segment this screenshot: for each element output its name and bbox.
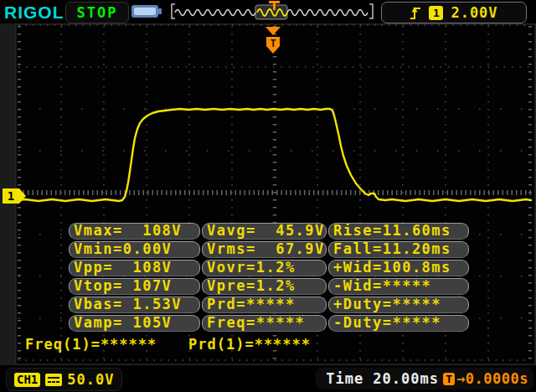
measure-cell-vpp: Vpp= 108V <box>69 260 200 276</box>
measure-cell-rise: Rise=11.60ms <box>328 223 469 240</box>
measure-cell-vavg: Vavg= 45.9V <box>202 223 327 240</box>
timebase-button[interactable]: Time 20.00ms <box>316 368 449 389</box>
measure-cell-vpre: Vpre=1.2% <box>202 278 327 295</box>
scope-display: T 1 <box>0 0 536 392</box>
trigger-offset-t-icon: T <box>443 373 455 385</box>
brand-logo: RIGOL <box>4 3 64 23</box>
run-state-label: STOP <box>77 4 118 21</box>
trigger-offset-value: →0.0000s <box>456 370 528 387</box>
preview-trace-left <box>175 10 255 16</box>
measure-cell-freq: Freq=***** <box>202 315 327 332</box>
measure-cell-pduty: +Duty=***** <box>328 297 469 313</box>
channel1-scale-value: 50.0V <box>67 371 114 388</box>
channel1-settings-button[interactable]: CH1 50.0V <box>6 368 122 391</box>
acquisition-preview[interactable] <box>169 0 379 23</box>
measure-cell-vmin: Vmin=0.00V <box>69 241 200 258</box>
trigger-marker-letter: T <box>270 38 276 49</box>
dc-coupling-icon <box>45 374 62 386</box>
trigger-offset-button[interactable]: T →0.0000s <box>438 368 533 389</box>
preview-left-bracket <box>172 4 175 18</box>
measure-cell-vbas: Vbas= 1.53V <box>69 297 200 313</box>
preview-trace-right <box>287 10 368 16</box>
preview-right-bracket <box>369 4 373 18</box>
edge-trigger-icon <box>410 5 421 20</box>
measure-cell-vovr: Vovr=1.2% <box>202 260 327 276</box>
bottom-status-bar: CH1 50.0V Time 20.00ms T →0.0000s <box>0 365 536 392</box>
measure-cell-vrms: Vrms= 67.9V <box>202 241 327 258</box>
measure-cell-vmax: Vmax= 108V <box>69 223 200 240</box>
run-state-button[interactable]: STOP <box>65 2 129 23</box>
trigger-level-value: 2.00V <box>451 4 497 21</box>
measure-cell-vtop: Vtop= 107V <box>69 278 200 295</box>
measure-cell-pwid: +Wid=100.8ms <box>328 260 469 276</box>
battery-icon <box>131 3 164 20</box>
trigger-readout-button[interactable]: 1 2.00V <box>381 2 527 23</box>
channel1-badge: CH1 <box>14 373 40 387</box>
top-status-bar: RIGOL STOP 1 2.00V <box>0 0 536 23</box>
period-counter-readout: Prd(1)=****** <box>188 336 311 353</box>
measure-cell-prd: Prd=***** <box>202 297 327 313</box>
measure-cell-fall: Fall=11.20ms <box>328 241 469 258</box>
measure-cell-nduty: -Duty=***** <box>328 315 469 332</box>
freq-counter-readout: Freq(1)=****** <box>25 336 157 353</box>
timebase-value: Time 20.00ms <box>326 370 439 387</box>
trigger-source-badge: 1 <box>429 6 443 20</box>
measure-cell-nwid: -Wid=***** <box>328 278 469 295</box>
measurement-panel: Vmax= 108V Vavg= 45.9V Rise=11.60ms Vmin… <box>69 223 469 332</box>
measure-cell-vamp: Vamp= 105V <box>69 315 200 332</box>
channel-marker-number: 1 <box>8 189 14 203</box>
